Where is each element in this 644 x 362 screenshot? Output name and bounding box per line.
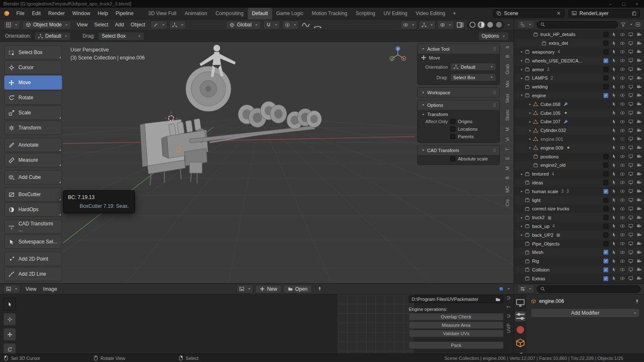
tool-orientation-select[interactable]: Default [450, 63, 496, 71]
viewport-visibility-icon[interactable] [628, 197, 634, 203]
render-visibility-icon[interactable] [636, 232, 642, 238]
render-visibility-icon[interactable] [636, 171, 642, 177]
tool-rotate[interactable]: Rotate [4, 90, 62, 105]
tab-tool-properties[interactable] [515, 311, 526, 321]
sidebar-tab-b[interactable]: B [505, 176, 510, 179]
uvp-pack-button[interactable]: Pack [409, 341, 504, 349]
viewport-visibility-icon[interactable] [628, 84, 634, 90]
view3d-menu-object[interactable]: Object [127, 22, 149, 28]
tool-add-2d-line[interactable]: Add 2D Line [4, 267, 62, 281]
outliner-row[interactable]: Mesh✓ [514, 248, 644, 257]
disclosure-right-icon[interactable]: ▸ [519, 50, 525, 54]
sidebar-tab-mc[interactable]: MC [505, 186, 510, 193]
selectable-toggle-icon[interactable] [611, 189, 617, 194]
tool-solvespace-sel[interactable]: Solvespace Sel... [4, 235, 62, 249]
selectable-toggle-icon[interactable] [611, 32, 617, 37]
tool-move[interactable]: Move [4, 75, 62, 90]
selectable-toggle-icon[interactable] [611, 206, 617, 212]
blender-logo-icon[interactable] [3, 10, 10, 17]
sidebar-tab-sket[interactable]: Sket [505, 94, 510, 103]
orientation-select[interactable]: Default [34, 32, 71, 41]
selectable-toggle-icon[interactable] [611, 75, 617, 81]
render-visibility-icon[interactable] [636, 58, 642, 63]
workspace-tab-uv-editing[interactable]: UV Editing [379, 8, 412, 19]
hide-toggle-icon[interactable] [620, 232, 625, 238]
render-visibility-icon[interactable] [636, 136, 642, 142]
hide-toggle-icon[interactable] [620, 206, 625, 212]
render-visibility-icon[interactable] [636, 189, 642, 194]
uv-canvas[interactable]: D:\Program Files\UVPackmaster Engine ope… [0, 295, 514, 354]
exclude-checkbox[interactable] [603, 84, 608, 89]
snap-arc-icon[interactable] [313, 21, 322, 29]
render-visibility-icon[interactable] [636, 49, 642, 54]
workspace-header[interactable]: Workspace [418, 88, 499, 97]
sidebar-tab-b[interactable]: B [505, 55, 510, 58]
exclude-checkbox[interactable] [603, 233, 608, 238]
selectable-toggle-icon[interactable] [611, 41, 617, 46]
hide-toggle-icon[interactable] [620, 276, 625, 281]
menu-window[interactable]: Window [68, 8, 94, 19]
affect-parents-checkbox[interactable] [450, 134, 455, 139]
viewport-visibility-icon[interactable] [628, 67, 634, 72]
outliner-row[interactable]: truck_HP_details [514, 30, 644, 39]
outliner-row[interactable]: ▸wheels_USE_DEDICA...✓ [514, 56, 644, 65]
viewport-visibility-icon[interactable] [628, 267, 634, 272]
uvp-path-field[interactable]: D:\Program Files\UVPackmaster [409, 295, 504, 303]
hide-toggle-icon[interactable] [620, 58, 625, 63]
editor-type-button[interactable] [3, 284, 20, 293]
hide-toggle-icon[interactable] [620, 250, 625, 255]
editor-type-button[interactable] [3, 21, 20, 29]
exclude-checkbox[interactable]: ✓ [603, 267, 608, 272]
render-visibility-icon[interactable] [636, 101, 642, 107]
hide-toggle-icon[interactable] [620, 154, 625, 159]
selectable-toggle-icon[interactable] [611, 267, 617, 272]
sidebar-tab-m[interactable]: M [505, 127, 510, 131]
affect-locations-checkbox[interactable] [450, 127, 455, 132]
render-visibility-icon[interactable] [636, 276, 642, 281]
sidebar-tab-m[interactable]: M [505, 166, 510, 170]
falloff-curve-icon[interactable] [301, 21, 311, 29]
shading-wireframe-icon[interactable] [468, 21, 477, 28]
selectable-toggle-icon[interactable] [611, 128, 617, 133]
selectable-toggle-icon[interactable] [611, 145, 617, 150]
navigation-gizmo[interactable]: z x y [388, 45, 408, 65]
sidebar-tab-t[interactable]: T [505, 148, 510, 151]
exclude-checkbox[interactable]: ✓ [603, 259, 608, 264]
outliner-row[interactable]: ideas [514, 178, 644, 187]
view3d-menu-select[interactable]: Select [91, 22, 112, 28]
viewport-3d[interactable]: User Perspective (3) Scene Collection | … [0, 42, 514, 283]
exclude-checkbox[interactable] [603, 198, 608, 203]
scene-unlink-icon[interactable] [556, 10, 561, 16]
viewport-visibility-icon[interactable] [628, 101, 634, 107]
selectable-toggle-icon[interactable] [611, 276, 617, 281]
viewport-visibility-icon[interactable] [628, 180, 634, 185]
render-visibility-icon[interactable] [636, 119, 642, 124]
exclude-checkbox[interactable] [603, 75, 608, 80]
viewport-visibility-icon[interactable] [628, 41, 634, 46]
exclude-checkbox[interactable] [603, 67, 608, 72]
gpencil-tool-button[interactable] [151, 21, 167, 29]
disclosure-right-icon[interactable]: ▸ [527, 102, 533, 106]
minimize-button[interactable]: – [609, 2, 612, 6]
uv-menu-view[interactable]: View [22, 286, 40, 292]
viewport-visibility-icon[interactable] [628, 206, 634, 212]
viewport-visibility-icon[interactable] [628, 75, 634, 81]
viewport-visibility-icon[interactable] [628, 250, 634, 255]
selectable-toggle-icon[interactable] [611, 101, 617, 107]
shading-solid-icon[interactable] [477, 21, 486, 28]
disclosure-right-icon[interactable]: ▸ [527, 146, 533, 150]
transform-subpanel-header[interactable]: Transform [418, 110, 499, 118]
workspace-tab-motion-tracking[interactable]: Motion Tracking [307, 8, 351, 19]
viewport-visibility-icon[interactable] [628, 171, 634, 177]
selectable-toggle-icon[interactable] [611, 67, 617, 72]
render-visibility-icon[interactable] [636, 75, 642, 81]
show-gizmo-toggle[interactable] [419, 21, 436, 29]
viewport-visibility-icon[interactable] [628, 241, 634, 246]
sidebar-tab-vi[interactable]: Vi [505, 137, 510, 142]
tool-cad-transform[interactable]: CADCAD Transform ... [4, 220, 62, 234]
overlays-toggle[interactable] [437, 21, 454, 29]
workspace-tab-3d-view-full[interactable]: 3D View Full [144, 8, 180, 19]
render-visibility-icon[interactable] [636, 241, 642, 246]
exclude-checkbox[interactable]: ✓ [603, 250, 608, 255]
hide-toggle-icon[interactable] [620, 93, 625, 98]
